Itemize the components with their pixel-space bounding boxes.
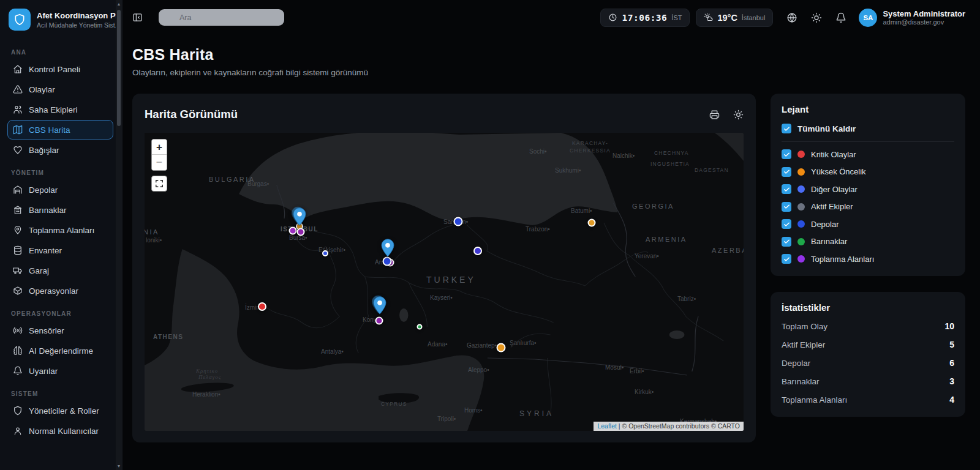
clock-icon [608, 13, 617, 22]
sidebar-item-label: Uyarılar [29, 367, 58, 376]
map-zoom-control: + − [151, 139, 167, 171]
search-input[interactable] [159, 9, 284, 26]
shield-icon [13, 406, 23, 416]
check-icon [783, 221, 790, 228]
sidebar-item-bar-naklar[interactable]: Barınaklar [7, 200, 113, 220]
sidebar-item-olaylar[interactable]: Olaylar [7, 80, 113, 99]
legend-row: Toplanma Alanları [782, 254, 954, 264]
sidebar-item-cbs-harita[interactable]: CBS Harita [7, 120, 113, 140]
bell-icon [835, 12, 846, 23]
check-icon [783, 203, 790, 210]
app-logo-row[interactable]: Afet Koordinasyon Pla... Acil Müdahale Y… [7, 7, 113, 39]
map-marker-circle[interactable] [383, 257, 392, 266]
legend-row: Barınaklar [782, 237, 954, 247]
notifications-button[interactable] [835, 12, 846, 23]
zoom-in-button[interactable]: + [152, 140, 167, 155]
legend-color-dot [797, 185, 805, 193]
shelter-icon [13, 205, 23, 215]
legend-toggle-all-row: Tümünü Kaldır [782, 124, 954, 142]
sidebar-nav: ANAKontrol PaneliOlaylarSaha EkipleriCBS… [7, 49, 113, 441]
map-marker-circle[interactable] [588, 219, 596, 227]
map-marker-circle[interactable] [289, 227, 297, 235]
attribution-text: | © OpenStreetMap contributors © CARTO [617, 422, 740, 430]
zoom-out-button[interactable]: − [152, 155, 167, 170]
sidebar-item-label: Operasyonlar [29, 286, 78, 296]
map-marker-circle[interactable] [297, 228, 305, 236]
sidebar-item-label: Yöneticiler & Roller [29, 406, 99, 416]
scroll-up-icon[interactable]: ▲ [116, 2, 122, 6]
sidebar-scrollbar[interactable]: ▲ ▼ [116, 0, 122, 470]
main-area: 17:06:36 İST 19°C İstanbul SA System Adm… [123, 0, 980, 470]
stat-row: Barınaklar3 [782, 376, 954, 386]
app-title: Afet Koordinasyon Pla... [37, 11, 123, 20]
stat-value: 10 [944, 321, 954, 331]
truck-icon [13, 266, 23, 275]
heart-icon [13, 145, 23, 155]
map-marker-circle[interactable] [473, 247, 482, 255]
database-icon [13, 245, 23, 255]
legend-checkbox[interactable] [782, 202, 791, 212]
check-icon [783, 151, 790, 158]
map-marker-circle[interactable] [322, 250, 328, 256]
legend-checkbox[interactable] [782, 184, 791, 194]
sidebar-item-label: Barınaklar [29, 206, 67, 215]
sidebar-item-ai-de-erlendirme[interactable]: AI Değerlendirme [7, 341, 113, 360]
sidebar-item-garaj[interactable]: Garaj [7, 261, 113, 280]
legend-row: Depolar [782, 219, 954, 229]
scroll-down-icon[interactable]: ▼ [116, 464, 122, 468]
user-menu[interactable]: SA System Administrator admin@disaster.g… [859, 9, 965, 27]
legend-label: Diğer Olaylar [811, 185, 858, 194]
legend-checkbox[interactable] [782, 219, 791, 229]
legend-label: Aktif Ekipler [811, 202, 853, 211]
sidebar-item-saha-ekipleri[interactable]: Saha Ekipleri [7, 100, 113, 119]
sidebar-item-normal-kullan-c-lar[interactable]: Normal Kullanıcılar [7, 421, 113, 441]
sidebar-item-toplanma-alanlar-[interactable]: Toplanma Alanları [7, 220, 113, 240]
clock-timezone: İST [671, 14, 682, 21]
map-marker-circle[interactable] [454, 217, 463, 226]
app-logo [9, 9, 31, 31]
legend-checkbox[interactable] [782, 237, 791, 247]
map-marker-circle[interactable] [497, 343, 506, 352]
map-marker-pin[interactable] [373, 296, 386, 315]
map-pin-icon [13, 225, 23, 235]
bell-icon [13, 366, 23, 376]
content: Harita Görünümü [123, 77, 980, 442]
sidebar-collapse-button[interactable] [132, 12, 143, 23]
globe-icon [786, 12, 797, 23]
nav-section-label: SISTEM [11, 390, 113, 397]
sun-icon [811, 12, 822, 23]
sidebar-item-operasyonlar[interactable]: Operasyonlar [7, 281, 113, 300]
sidebar-item-sens-rler[interactable]: Sensörler [7, 321, 113, 340]
legend-label: Yüksek Öncelik [811, 167, 866, 176]
map-marker-pin[interactable] [381, 239, 394, 257]
map-marker-circle[interactable] [417, 324, 423, 330]
stats-panel: İstatistikler Toplam Olay10Aktif Ekipler… [771, 292, 965, 417]
legend-checkbox[interactable] [782, 167, 791, 177]
legend-label: Toplanma Alanları [811, 255, 874, 264]
toggle-all-checkbox[interactable] [782, 124, 791, 133]
leaflet-link[interactable]: Leaflet [597, 422, 617, 430]
print-map-button[interactable] [709, 110, 720, 120]
legend-checkbox[interactable] [782, 254, 791, 264]
map-marker-circle[interactable] [258, 302, 266, 311]
legend-checkbox[interactable] [782, 149, 791, 159]
map-theme-button[interactable] [733, 110, 744, 120]
right-column: Lejant Tümünü Kaldır Kritik OlaylarYükse… [771, 94, 965, 417]
sidebar-item-y-neticiler-roller[interactable]: Yöneticiler & Roller [7, 401, 113, 420]
sidebar-item-envanter[interactable]: Envanter [7, 241, 113, 260]
fullscreen-button[interactable] [151, 176, 167, 192]
map-canvas[interactable]: BULGARIABurgas•Sochi•KARACHAY-CHERKESSIA… [145, 133, 744, 431]
legend-label: Barınaklar [811, 237, 847, 246]
map-card-title: Harita Görünümü [145, 108, 238, 121]
scrollbar-thumb[interactable] [117, 10, 121, 126]
sidebar-item-depolar[interactable]: Depolar [7, 180, 113, 200]
map-marker-circle[interactable] [375, 317, 383, 325]
sidebar-item-kontrol-paneli[interactable]: Kontrol Paneli [7, 59, 113, 79]
theme-toggle-button[interactable] [811, 12, 822, 23]
map-marker-pin[interactable] [293, 207, 306, 226]
sidebar-item-ba-lar[interactable]: Bağışlar [7, 140, 113, 160]
language-button[interactable] [786, 12, 797, 23]
sidebar-item-uyar-lar[interactable]: Uyarılar [7, 361, 113, 381]
legend-color-dot [797, 151, 805, 158]
legend-color-dot [797, 168, 805, 176]
